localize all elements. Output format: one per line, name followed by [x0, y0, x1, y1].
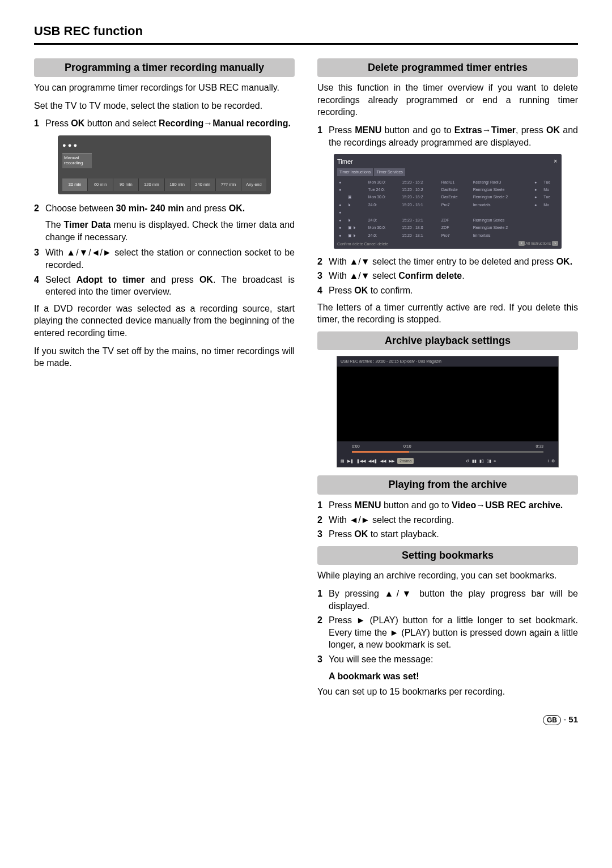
t: →	[476, 500, 485, 510]
rew-icon: ◀◀❚	[368, 458, 377, 463]
archive-top: USB REC archive : 20:00 - 20:15 Explosiv…	[337, 356, 558, 366]
dur-unknown: ??? min	[216, 178, 241, 191]
t: Confirm delete	[398, 271, 462, 280]
t: and press	[144, 275, 199, 284]
del-step-2: 2 With ▲/▼ select the timer entry to be …	[317, 256, 578, 268]
table-row: ●Tue 24.0:15:20 - 16:2DasErsteRemington …	[337, 186, 558, 193]
dur-240: 240 min	[190, 178, 216, 191]
table-row: ●⏵24.0:15:20 - 18:1Pro7Immortals●Mo	[337, 201, 558, 209]
section-playing-archive: Playing from the archive	[317, 475, 578, 495]
play-steps: 1 Press MENU button and go to Video→USB …	[317, 499, 578, 541]
t: -	[561, 714, 568, 724]
t: Video	[452, 500, 476, 510]
t: 30 min- 240 min	[116, 203, 184, 213]
left-step-2: 2 Choose between 30 min- 240 min and pre…	[34, 202, 295, 215]
t: 0:33	[536, 444, 543, 449]
dur-120: 120 min	[139, 178, 164, 191]
t: OK	[199, 275, 213, 284]
tab-instructions: Timer Instructions	[337, 168, 373, 176]
section-archive-settings: Archive playback settings	[317, 331, 578, 351]
t: With ▲/▼ select	[329, 271, 398, 280]
t: Confirm delete Cancel delete	[337, 241, 388, 246]
dur-90: 90 min	[113, 178, 139, 191]
t: The	[45, 220, 64, 229]
t: With ◄/► select the recording.	[329, 514, 578, 526]
sb-step-2: 2 Press ► (PLAY) button for a little lon…	[317, 614, 578, 651]
timer-bottom: Confirm delete Cancel delete ‹ All instr…	[337, 241, 558, 247]
t: 0:10	[403, 444, 411, 449]
two-columns: Programming a timer recording manually Y…	[34, 53, 578, 704]
t: A bookmark was set!	[329, 671, 419, 681]
t: OK	[354, 529, 368, 539]
t: , press	[516, 125, 546, 135]
bookmark-steps: 1 By pressing ▲/▼ button the play progre…	[317, 588, 578, 666]
left-step-2-sub: The Timer Data menu is displayed. Check …	[45, 219, 295, 243]
left-intro-2: Set the TV to TV mode, select the statio…	[34, 100, 295, 112]
section-delete: Delete programmed timer entries	[317, 58, 578, 78]
left-p3: If a DVD recorder was selected as a reco…	[34, 303, 295, 339]
table-row: ●▣ ⏵Mon 30.0:15:20 - 18:0ZDFRemington St…	[337, 224, 558, 231]
cut-icon: ▮▯	[479, 458, 484, 463]
page-title: USB REC function	[34, 23, 578, 40]
t: Press	[329, 125, 355, 135]
sound-icon: ≈	[494, 458, 496, 463]
t: Timer	[491, 125, 516, 135]
t: Extras	[454, 125, 482, 135]
arrow-right-icon: ›	[552, 241, 558, 246]
t: With ▲/▼ select the timer entry to be de…	[329, 257, 556, 266]
sb-intro: While playing an archive recording, you …	[317, 569, 578, 582]
gear-icon: ⚙	[551, 458, 555, 463]
fig-duration-row: 30 min 60 min 90 min 120 min 180 min 240…	[62, 178, 266, 191]
left-step-4: 4 Select Adopt to timer and press OK. Th…	[34, 274, 295, 298]
timer-table: ●Mon 30.0:15:20 - 16:2RadiU1Keerang! Rad…	[337, 178, 558, 240]
del-step-3: 3 With ▲/▼ select Confirm delete.	[317, 270, 578, 282]
left-steps-2: 2 Choose between 30 min- 240 min and pre…	[34, 202, 295, 215]
left-p4: If you switch the TV set off by the main…	[34, 345, 295, 369]
section-programming: Programming a timer recording manually	[34, 58, 295, 78]
dur-180: 180 min	[165, 178, 190, 191]
fig-timer-overview: × Timer Timer Instructions Timer Service…	[334, 154, 562, 249]
t: and press	[184, 203, 229, 213]
t: MENU	[355, 125, 381, 135]
t: button and select	[84, 118, 159, 128]
table-row: ●▣ ⏵24.0:15:20 - 18:1Pro7Immortals	[337, 232, 558, 239]
table-row: ●⏵24.0:15:23 - 18:1ZDFRemington Series	[337, 216, 558, 224]
t: You will see the message:	[329, 653, 578, 666]
t: Press	[329, 500, 354, 510]
prev-icon: ❚◀◀	[356, 458, 366, 463]
dur-30: 30 min	[62, 178, 88, 191]
play-step-3: 3 Press OK to start playback.	[317, 528, 578, 541]
t: Press	[45, 118, 71, 128]
close-icon: ×	[554, 158, 557, 165]
fig-manual-label: Manual recording	[62, 153, 92, 168]
archive-progress-bar	[352, 451, 543, 453]
sb-step-1: 1 By pressing ▲/▼ button the play progre…	[317, 588, 578, 612]
fwd-icon: ◀◀	[380, 458, 386, 463]
t: .	[462, 271, 464, 280]
play-step-2: 2 With ◄/► select the recording.	[317, 514, 578, 526]
t: Recording	[159, 118, 203, 128]
sb-p2: You can set up to 15 bookmarks per recor…	[317, 686, 578, 698]
archive-btn: 2m/ma	[397, 458, 414, 464]
title-rule	[34, 43, 578, 45]
dur-60: 60 min	[88, 178, 113, 191]
t: Adopt to timer	[76, 275, 145, 284]
timer-title: Timer	[337, 158, 558, 166]
tab-services: Timer Services	[374, 168, 405, 176]
fig-archive-playback: USB REC archive : 20:00 - 20:15 Explosiv…	[337, 356, 559, 467]
left-intro-1: You can programme timer recordings for U…	[34, 82, 295, 94]
archive-bottom: 0:00 0:10 0:33 ▤ ▶❚ ❚◀◀ ◀◀❚ ◀◀ ▶▶ 2m/ma …	[337, 441, 558, 467]
page-footer: GB - 51	[34, 714, 578, 725]
sb-step-3: 3 You will see the message:	[317, 653, 578, 666]
ffwd-icon: ▶▶	[389, 458, 394, 463]
t: Press	[329, 286, 354, 295]
right-p2: The letters of a timer currently active …	[317, 301, 578, 326]
t: button and go to	[381, 500, 452, 510]
left-steps-3: 3 With ▲/▼/◄/► select the station or con…	[34, 246, 295, 297]
left-step-1: 1 Press OK button and select Recording→M…	[34, 117, 295, 130]
right-p1: Use this function in the timer overview …	[317, 82, 578, 118]
play-step-1: 1 Press MENU button and go to Video→USB …	[317, 499, 578, 512]
t: Press	[329, 529, 354, 539]
t: USB REC archive.	[485, 500, 563, 510]
list-icon: ▤	[341, 458, 345, 463]
